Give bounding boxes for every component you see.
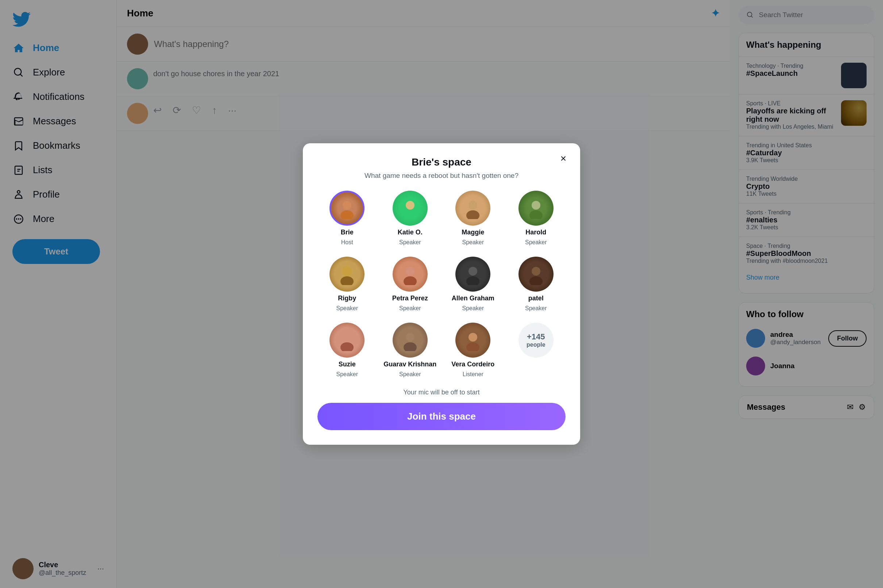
svg-point-1 <box>340 210 354 219</box>
speaker-name: Petra Perez <box>392 294 428 302</box>
speaker-avatar <box>393 322 428 358</box>
speaker-vera[interactable]: Vera Cordeiro Listener <box>443 322 503 378</box>
svg-point-10 <box>406 267 415 276</box>
svg-point-21 <box>466 342 480 351</box>
svg-point-20 <box>468 333 477 342</box>
speaker-role: Speaker <box>525 239 547 246</box>
speaker-avatar <box>329 190 364 226</box>
speaker-avatar <box>393 256 428 292</box>
svg-point-13 <box>466 276 480 285</box>
speaker-avatar <box>519 190 554 226</box>
join-button[interactable]: Join this space <box>317 403 566 430</box>
speaker-name: Brie <box>341 229 354 236</box>
speaker-role: Speaker <box>525 305 547 312</box>
speaker-avatar <box>393 190 428 226</box>
plus-count: +145 <box>527 332 545 342</box>
speaker-maggie[interactable]: Maggie Speaker <box>443 190 503 246</box>
svg-point-19 <box>403 342 417 351</box>
speaker-petra[interactable]: Petra Perez Speaker <box>381 256 440 312</box>
speaker-patel[interactable]: patel Speaker <box>507 256 566 312</box>
svg-point-16 <box>343 333 351 342</box>
mic-notice: Your mic will be off to start <box>317 388 566 396</box>
speaker-role: Speaker <box>462 239 484 246</box>
svg-point-6 <box>532 201 540 210</box>
svg-point-18 <box>406 333 415 342</box>
close-button[interactable]: × <box>555 150 572 167</box>
plus-label: people <box>526 342 546 348</box>
svg-point-14 <box>532 267 540 276</box>
speaker-name: patel <box>528 294 544 302</box>
speaker-avatar <box>329 256 364 292</box>
modal-overlay[interactable]: × Brie's space What game needs a reboot … <box>0 0 883 588</box>
plus-badge: +145 people <box>519 322 554 358</box>
speaker-name: Guarav Krishnan <box>384 360 436 368</box>
svg-point-5 <box>466 210 480 219</box>
svg-point-17 <box>340 342 354 351</box>
svg-point-2 <box>406 201 415 210</box>
speaker-role: Speaker <box>336 371 358 378</box>
svg-point-15 <box>529 276 543 285</box>
speaker-role: Speaker <box>399 239 421 246</box>
speaker-avatar <box>455 322 490 358</box>
speaker-name: Maggie <box>462 229 484 236</box>
speakers-grid: Brie Host Katie O. Speaker <box>317 190 566 378</box>
speaker-role: Speaker <box>336 305 358 312</box>
speaker-name: Rigby <box>338 294 356 302</box>
speaker-role: Speaker <box>462 305 484 312</box>
speaker-role: Speaker <box>399 305 421 312</box>
modal-subtitle: What game needs a reboot but hasn't gott… <box>317 172 566 180</box>
speaker-guarav[interactable]: Guarav Krishnan Speaker <box>381 322 440 378</box>
svg-point-11 <box>403 276 417 285</box>
svg-point-7 <box>529 210 543 219</box>
svg-point-4 <box>468 201 477 210</box>
speaker-suzie[interactable]: Suzie Speaker <box>317 322 377 378</box>
space-modal: × Brie's space What game needs a reboot … <box>303 143 580 445</box>
speaker-allen[interactable]: Allen Graham Speaker <box>443 256 503 312</box>
svg-point-12 <box>468 267 477 276</box>
speaker-rigby[interactable]: Rigby Speaker <box>317 256 377 312</box>
speaker-name: Katie O. <box>398 229 423 236</box>
speaker-avatar <box>519 256 554 292</box>
svg-point-0 <box>343 201 351 210</box>
modal-title: Brie's space <box>317 156 566 168</box>
speaker-role: Listener <box>463 371 483 378</box>
speaker-avatar <box>329 322 364 358</box>
svg-point-9 <box>340 276 354 285</box>
svg-point-3 <box>403 210 417 219</box>
speaker-role: Speaker <box>399 371 421 378</box>
speaker-harold[interactable]: Harold Speaker <box>507 190 566 246</box>
modal-header: Brie's space What game needs a reboot bu… <box>317 156 566 180</box>
plus-people: +145 people <box>507 322 566 378</box>
speaker-avatar <box>455 256 490 292</box>
svg-point-8 <box>342 266 352 276</box>
speaker-name: Harold <box>525 229 546 236</box>
speaker-katie[interactable]: Katie O. Speaker <box>381 190 440 246</box>
speaker-role: Host <box>341 239 353 246</box>
speaker-name: Suzie <box>338 360 356 368</box>
speaker-name: Vera Cordeiro <box>451 360 494 368</box>
speaker-name: Allen Graham <box>452 294 494 302</box>
speaker-brie[interactable]: Brie Host <box>317 190 377 246</box>
speaker-avatar <box>455 190 490 226</box>
